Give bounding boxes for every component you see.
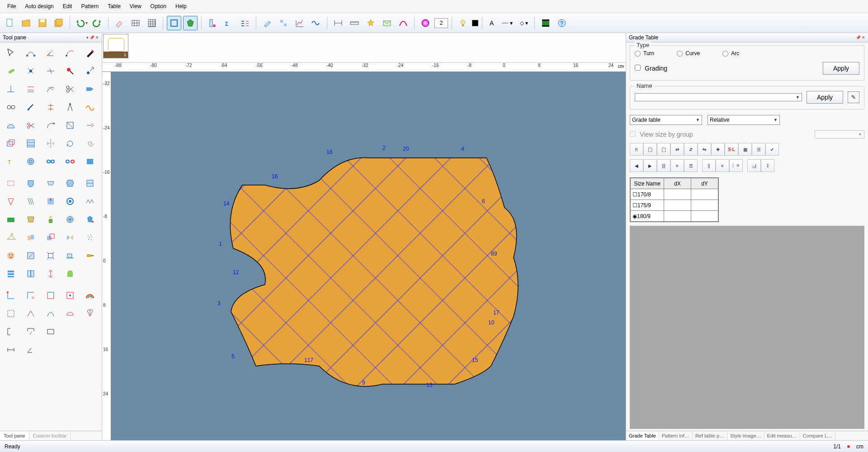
notch-icon[interactable]	[42, 193, 60, 210]
table-row[interactable]: ☐175/9	[631, 200, 718, 211]
buttonhole-icon[interactable]	[61, 193, 79, 210]
yoke-icon[interactable]	[22, 211, 40, 228]
table-icon[interactable]	[128, 16, 143, 30]
grade-pane-close-icon[interactable]: ✕	[862, 35, 865, 40]
sl-icon[interactable]: S·L	[725, 143, 738, 156]
fill-square-icon[interactable]	[167, 16, 181, 30]
rect-outline-icon[interactable]	[42, 323, 60, 340]
cut-line-icon[interactable]	[42, 62, 60, 80]
corner-c-icon[interactable]	[42, 287, 60, 304]
menu-file[interactable]: File	[4, 2, 19, 11]
next-icon[interactable]: ▶	[643, 159, 657, 172]
undo-icon[interactable]: ▾	[74, 16, 88, 30]
knife-icon[interactable]	[22, 99, 40, 116]
path-a-icon[interactable]	[22, 305, 40, 322]
xflip-icon[interactable]: ⇵	[684, 143, 698, 156]
drill-icon[interactable]	[81, 247, 99, 264]
radio-turn[interactable]: Turn	[635, 50, 654, 57]
bracket-a-icon[interactable]	[2, 323, 20, 340]
grade-tool-icon[interactable]	[22, 135, 40, 152]
redo-icon[interactable]	[90, 16, 104, 30]
pointer-tool-icon[interactable]	[2, 44, 20, 62]
toolbar-number-input[interactable]	[434, 18, 448, 28]
copy-piece-icon[interactable]	[42, 229, 60, 246]
envelope-icon[interactable]	[380, 16, 394, 30]
grade-data-table[interactable]: Size Name dX dY ☐170/8 ☐175/9 ◉180/9	[630, 177, 719, 222]
curve-edit-icon[interactable]	[22, 44, 40, 62]
bars2-icon[interactable]: ||	[702, 159, 716, 172]
brush-icon[interactable]	[260, 16, 274, 30]
offset-icon[interactable]	[2, 135, 20, 152]
drawing-canvas[interactable]: -32-24-16-8081624 18220	[102, 72, 626, 440]
chart-icon[interactable]	[292, 16, 307, 30]
help-icon[interactable]: ?	[555, 16, 569, 30]
tangent-icon[interactable]	[42, 81, 60, 98]
swap-icon[interactable]: ⇄	[670, 143, 684, 156]
sleeve-icon[interactable]	[61, 175, 79, 192]
face-icon[interactable]	[2, 247, 20, 264]
join-icon[interactable]	[22, 229, 40, 246]
arc-tool-icon[interactable]	[42, 117, 60, 134]
collar-icon[interactable]	[42, 175, 60, 192]
chart-btn-icon[interactable]: 📊	[747, 159, 761, 172]
text-tool-icon[interactable]: T	[2, 153, 20, 170]
fill-shape-icon[interactable]	[183, 16, 198, 30]
sigma-icon[interactable]: Σ	[222, 16, 236, 30]
table-row[interactable]: ☐170/8	[631, 189, 718, 200]
wave-icon[interactable]	[309, 16, 323, 30]
measure-icon[interactable]	[205, 16, 220, 30]
save-all-icon[interactable]	[52, 16, 66, 30]
snap-tool-icon[interactable]	[22, 62, 40, 80]
wave-tool-icon[interactable]	[81, 99, 99, 116]
paste-icon[interactable]: 📋	[643, 143, 657, 156]
eraser-tool-icon[interactable]	[2, 62, 20, 80]
compare-icon[interactable]	[238, 16, 252, 30]
tab-custom-toolbar[interactable]: Custom toolbar	[29, 431, 71, 440]
scissors2-icon[interactable]	[22, 117, 40, 134]
panel-icon[interactable]	[81, 175, 99, 192]
spiral-icon[interactable]	[81, 135, 99, 152]
align-icon[interactable]	[276, 16, 291, 30]
pane-close-icon[interactable]: ✕	[95, 35, 99, 40]
tab-toolpane[interactable]: Tool pane	[0, 431, 29, 440]
corner-a-icon[interactable]	[2, 287, 20, 304]
machine-icon[interactable]	[61, 247, 79, 264]
ruler-tool-icon[interactable]	[347, 16, 362, 30]
just2-icon[interactable]: ≡	[716, 159, 729, 172]
color-swatch-black[interactable]	[472, 20, 478, 26]
relative-select[interactable]: Relative▼	[708, 115, 780, 125]
shrink-icon[interactable]	[42, 247, 60, 264]
zigzag-icon[interactable]	[81, 193, 99, 210]
hanger-icon[interactable]	[2, 229, 20, 246]
toolbar-diamond-dropdown[interactable]: ◇ ▾	[517, 20, 531, 26]
pattern-piece[interactable]	[129, 76, 536, 402]
star-icon[interactable]	[363, 16, 378, 30]
dim-h-icon[interactable]	[2, 341, 20, 358]
name-edit-icon[interactable]: ✎	[848, 91, 859, 103]
corner-d-icon[interactable]	[61, 287, 79, 304]
button-tool-icon[interactable]	[22, 153, 40, 170]
rotate-tool-icon[interactable]	[61, 135, 79, 152]
menu-option[interactable]: Option	[147, 2, 170, 11]
glasses-icon[interactable]	[2, 99, 20, 116]
dart-icon[interactable]	[2, 193, 20, 210]
pen-tool-icon[interactable]	[81, 44, 99, 62]
bezier-tool-icon[interactable]	[61, 44, 79, 62]
compass-icon[interactable]	[61, 99, 79, 116]
scissors-icon[interactable]	[61, 81, 79, 98]
resize-piece-icon[interactable]	[22, 247, 40, 264]
grade-table-select[interactable]: Grade table▼	[630, 115, 702, 125]
mirror-icon[interactable]	[42, 135, 60, 152]
yflip-icon[interactable]: ⇆	[698, 143, 711, 156]
rtab-ref-table[interactable]: Ref table p…	[693, 431, 727, 440]
fan-icon[interactable]	[81, 305, 99, 322]
save-icon[interactable]	[35, 16, 50, 30]
angle-tool-icon[interactable]	[42, 44, 60, 62]
rows-icon[interactable]: ☰	[684, 159, 698, 172]
pocket-icon[interactable]	[22, 175, 40, 192]
curve-tool-icon[interactable]	[396, 16, 410, 30]
apply-name-button[interactable]: Apply	[807, 91, 843, 104]
rtab-style-image[interactable]: Style image…	[727, 431, 764, 440]
menu-auto-design[interactable]: Auto design	[21, 2, 57, 11]
path-b-icon[interactable]	[42, 305, 60, 322]
